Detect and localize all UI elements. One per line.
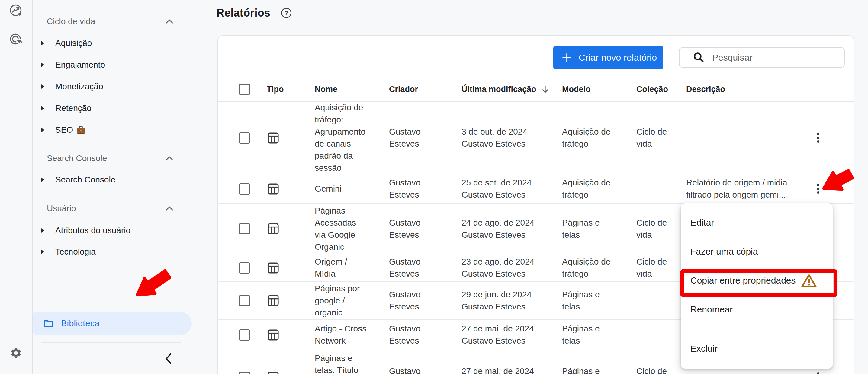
- row-checkbox[interactable]: [239, 372, 250, 374]
- row-checkbox[interactable]: [239, 183, 250, 195]
- report-creator: Gustavo Esteves: [389, 256, 442, 280]
- menu-item-copiar-entre-propriedades[interactable]: Copiar entre propriedades: [681, 266, 833, 295]
- report-name: Origem / Mídia: [315, 256, 347, 280]
- row-checkbox[interactable]: [239, 223, 250, 234]
- help-icon[interactable]: ?: [280, 7, 293, 19]
- menu-item-editar[interactable]: Editar: [681, 208, 833, 237]
- sidebar-item-seo[interactable]: SEO: [33, 122, 175, 138]
- select-all-checkbox[interactable]: [239, 84, 250, 95]
- search-box: [679, 47, 845, 68]
- table-report-type-icon: [268, 183, 279, 195]
- nav-section-header[interactable]: Ciclo de vida: [47, 15, 175, 28]
- report-modified-date: 29 de jun. de 2024: [462, 288, 532, 301]
- row-checkbox[interactable]: [239, 132, 250, 143]
- report-modified-date: 27 de mai. de 2024: [462, 365, 534, 374]
- sidebar-item-engajamento[interactable]: Engajamento: [33, 57, 175, 73]
- ga4-library-screen: Ciclo de vidaAquisiçãoEngajamentoMonetiz…: [0, 0, 868, 374]
- nav-section-label: Usuário: [47, 204, 76, 213]
- report-collection: Ciclo de vida: [637, 365, 674, 374]
- report-modified-date: 24 de ago. de 2024: [462, 217, 534, 229]
- report-modified-by: Gustavo Esteves: [462, 229, 534, 241]
- report-template: Aquisição de tráfego: [562, 177, 618, 201]
- row-checkbox[interactable]: [239, 262, 250, 274]
- menu-item-renomear[interactable]: Renomear: [681, 295, 833, 324]
- report-modified-date: 3 de out. de 2024: [462, 126, 527, 138]
- report-modified-by: Gustavo Esteves: [462, 335, 534, 347]
- divider: [41, 192, 175, 193]
- search-input[interactable]: [712, 53, 827, 63]
- sidebar-item-label: Biblioteca: [61, 318, 100, 329]
- report-name: Aquisição de tráfego: Agrupamento de can…: [315, 102, 366, 174]
- report-modified-by: Gustavo Esteves: [462, 301, 532, 313]
- nav-section-label: Search Console: [47, 154, 107, 163]
- row-menu-kebab[interactable]: [813, 368, 824, 374]
- report-name: Páginas Acessadas via Google Organic: [315, 205, 356, 253]
- menu-item-label: Renomear: [690, 304, 733, 314]
- sidebar-item-reten-o[interactable]: Retenção: [33, 100, 175, 117]
- column-header-colecao[interactable]: Coleção: [630, 77, 680, 101]
- chevron-up-icon: [165, 206, 173, 211]
- chevron-up-icon: [165, 19, 173, 24]
- chevron-up-icon: [165, 156, 173, 161]
- menu-item-label: Fazer uma cópia: [690, 246, 758, 257]
- column-header-tipo[interactable]: Tipo: [260, 77, 309, 101]
- row-menu-kebab[interactable]: [813, 128, 824, 147]
- explore-nav-icon[interactable]: [9, 33, 23, 46]
- menu-item-excluir[interactable]: Excluir: [681, 334, 833, 363]
- sidebar-item-aquisi-o[interactable]: Aquisição: [33, 35, 175, 52]
- report-creator: Gustavo Esteves: [389, 323, 442, 347]
- table-report-type-icon: [268, 262, 279, 274]
- row-context-menu: EditarFazer uma cópiaCopiar entre propri…: [681, 203, 833, 369]
- table-row[interactable]: Aquisição de tráfego: Agrupamento de can…: [218, 102, 854, 174]
- create-report-button-label: Criar novo relatório: [579, 53, 657, 63]
- report-template: Páginas e telas: [562, 217, 618, 241]
- column-header-ultima-modificacao[interactable]: Última modificação: [456, 77, 556, 101]
- report-modified-date: 25 de set. de 2024: [462, 177, 532, 189]
- sidebar-item-biblioteca[interactable]: Biblioteca: [33, 312, 192, 335]
- column-header-modelo[interactable]: Modelo: [556, 77, 630, 101]
- briefcase-emoji-icon: [76, 126, 86, 135]
- column-header-nome[interactable]: Nome: [309, 77, 383, 101]
- menu-divider: [681, 329, 833, 329]
- table-row[interactable]: Gemini Gustavo Esteves 25 de set. de 202…: [218, 174, 854, 204]
- expand-triangle-icon: [41, 250, 44, 254]
- column-header-criador[interactable]: Criador: [383, 77, 456, 101]
- table-report-type-icon: [268, 372, 279, 374]
- gear-icon[interactable]: [9, 346, 23, 360]
- expand-triangle-icon: [41, 128, 44, 132]
- row-checkbox[interactable]: [239, 295, 250, 306]
- folder-icon: [44, 319, 54, 328]
- report-collection: Ciclo de vida: [637, 217, 674, 241]
- report-creator: Gustavo Esteves: [389, 365, 442, 374]
- sidebar-item-atributos-do-usu-rio[interactable]: Atributos do usuário: [33, 222, 175, 239]
- sidebar-item-label: Monetização: [55, 82, 103, 91]
- nav-section-header[interactable]: Search Console: [47, 152, 175, 165]
- report-modified-date: 27 de mai. de 2024: [462, 323, 534, 335]
- sidebar-item-label: Atributos do usuário: [55, 226, 130, 235]
- row-menu-kebab[interactable]: [813, 179, 824, 199]
- report-creator: Gustavo Esteves: [389, 126, 442, 150]
- create-report-button[interactable]: Criar novo relatório: [553, 46, 663, 69]
- report-modified-by: Gustavo Esteves: [462, 138, 527, 150]
- menu-item-label: Copiar entre propriedades: [690, 275, 796, 285]
- row-checkbox[interactable]: [239, 329, 250, 341]
- sidebar-item-tecnologia[interactable]: Tecnologia: [33, 243, 175, 260]
- report-creator: Gustavo Esteves: [389, 217, 442, 241]
- sidebar-item-monetiza-o[interactable]: Monetização: [33, 78, 175, 95]
- report-collection: Ciclo de vida: [637, 256, 674, 280]
- left-icon-rail: [0, 0, 33, 374]
- nav-section-header[interactable]: Usuário: [47, 202, 175, 215]
- sidebar-item-search-console[interactable]: Search Console: [33, 171, 175, 188]
- collapse-sidebar-button[interactable]: [162, 352, 176, 366]
- report-modified-by: Gustavo Esteves: [462, 189, 532, 201]
- expand-triangle-icon: [41, 228, 44, 233]
- report-template: Aquisição de tráfego: [562, 126, 618, 150]
- reports-nav-icon[interactable]: [9, 4, 23, 18]
- table-report-type-icon: [268, 132, 279, 143]
- report-description: Relatório de origem / midia filtrado pel…: [686, 177, 787, 201]
- expand-triangle-icon: [41, 178, 44, 182]
- sort-desc-arrow-icon: [540, 84, 550, 94]
- column-header-descricao[interactable]: Descrição: [680, 77, 812, 101]
- menu-item-fazer-uma-c-pia[interactable]: Fazer uma cópia: [681, 237, 833, 266]
- menu-item-label: Editar: [690, 217, 714, 228]
